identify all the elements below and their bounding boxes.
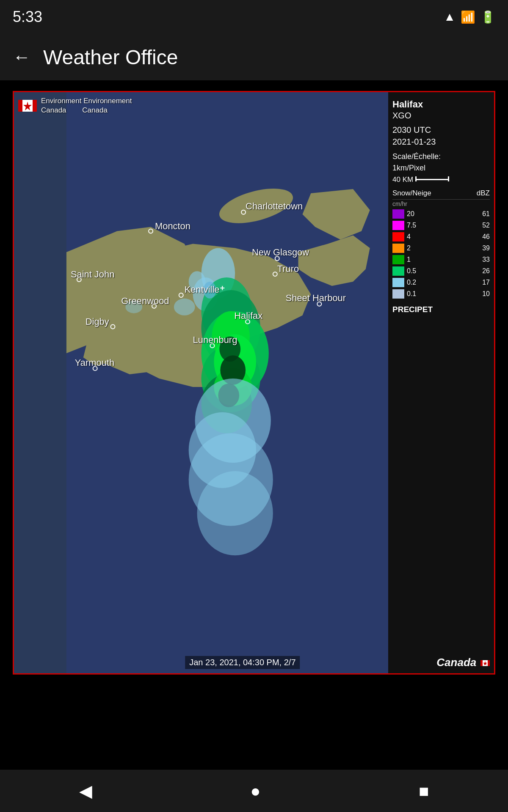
svg-rect-62: [488, 660, 490, 666]
svg-text:Saint John: Saint John: [71, 269, 114, 280]
main-content: Environment EnvironnementCanada Canada: [0, 80, 508, 770]
timestamp-bar: Jan 23, 2021, 04:30 PM, 2/7: [185, 656, 300, 669]
env-canada-text: Environment EnvironnementCanada Canada: [41, 96, 132, 115]
legend-color-75: [392, 221, 404, 230]
legend-row: 0.2 17: [392, 278, 490, 287]
svg-text:Kentville: Kentville: [185, 284, 220, 295]
legend-row: 0.5 26: [392, 266, 490, 276]
svg-text:Yarmouth: Yarmouth: [75, 357, 114, 368]
svg-text:Halifax: Halifax: [234, 310, 262, 321]
svg-text:Greenwood: Greenwood: [121, 296, 169, 306]
svg-text:Truro: Truro: [277, 263, 299, 274]
app-bar: ← Weather Office: [0, 34, 508, 80]
legend-color-2: [392, 244, 404, 253]
svg-text:Digby: Digby: [86, 316, 109, 327]
legend-color-4: [392, 232, 404, 241]
svg-rect-60: [480, 660, 483, 666]
status-bar: 5:33 ▲ 📶 🔋: [0, 0, 508, 34]
legend-color-20: [392, 209, 404, 219]
nav-home-button[interactable]: ●: [250, 782, 260, 801]
status-icons: ▲ 📶 🔋: [444, 10, 495, 24]
svg-rect-2: [33, 100, 37, 112]
legend-row: 0.1 10: [392, 289, 490, 299]
nav-recent-button[interactable]: ■: [419, 782, 429, 801]
legend-color-05: [392, 266, 404, 276]
svg-point-31: [197, 471, 273, 555]
battery-icon: 🔋: [480, 10, 495, 24]
legend-row: 20 61: [392, 209, 490, 219]
legend-row: 1 33: [392, 255, 490, 264]
legend-row: 2 39: [392, 244, 490, 253]
radar-container: Environment EnvironnementCanada Canada: [13, 91, 495, 675]
canada-flag-bottom-icon: [480, 660, 490, 667]
svg-text:Sheet Harbour: Sheet Harbour: [286, 293, 346, 303]
legend-scale: Scale/Échelle: 1km/Pixel: [392, 151, 490, 174]
wifi-icon: ▲: [444, 10, 456, 24]
legend-scale-bar: 40 KM: [392, 176, 490, 184]
legend-color-02: [392, 278, 404, 287]
svg-text:Moncton: Moncton: [155, 221, 190, 231]
legend-subtitle: XGO: [392, 111, 490, 121]
signal-icon: 📶: [461, 10, 475, 24]
status-time: 5:33: [13, 8, 42, 26]
svg-text:Lunenburg: Lunenburg: [193, 335, 237, 345]
nav-bar: ◀ ● ■: [0, 770, 508, 812]
legend-row: 7.5 52: [392, 221, 490, 230]
legend-title: Halifax: [392, 99, 490, 111]
env-canada-logo: Environment EnvironnementCanada Canada: [18, 96, 132, 115]
legend-snow-header: Snow/Neige dBZ: [392, 189, 490, 200]
legend-panel: Halifax XGO 2030 UTC 2021-01-23 Scale/Éc…: [388, 92, 494, 673]
nav-back-button[interactable]: ◀: [79, 781, 92, 801]
svg-text:New Glasgow: New Glasgow: [252, 247, 309, 258]
svg-text:Charlottetown: Charlottetown: [246, 201, 303, 211]
canada-logo: Canada: [436, 656, 490, 669]
canada-flag-icon: [18, 100, 37, 112]
legend-time: 2030 UTC 2021-01-23: [392, 124, 490, 148]
svg-point-15: [174, 299, 195, 315]
scale-bar: [415, 179, 449, 180]
app-title: Weather Office: [43, 46, 178, 69]
precipet-label: PRECIPET: [392, 305, 490, 314]
legend-row: 4 46: [392, 232, 490, 241]
svg-rect-0: [18, 100, 22, 112]
back-button[interactable]: ←: [13, 48, 30, 66]
legend-color-01: [392, 289, 404, 299]
legend-color-1: [392, 255, 404, 264]
